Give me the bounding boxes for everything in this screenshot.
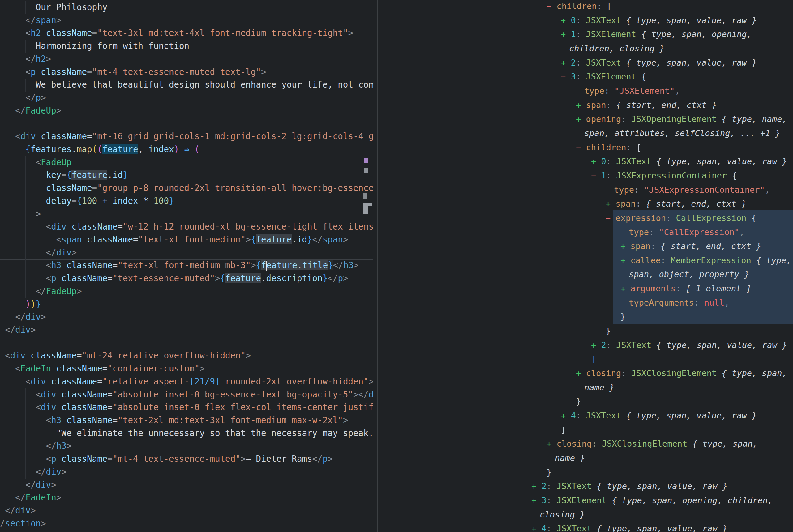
ast-node-row[interactable]: + span: { start, end, ctxt } [378,98,793,112]
code-line[interactable]: </div> [0,478,373,492]
expand-node-icon[interactable]: + [591,340,601,350]
code-line[interactable]: We believe that beautiful design should … [0,78,373,91]
ast-node-row[interactable]: type: "JSXExpressionContainer", [378,183,793,197]
code-line[interactable]: <FadeIn className="container-custom"> [0,362,373,375]
code-line[interactable]: </span> [0,14,373,27]
code-line[interactable]: {features.map((feature, index) ⇒ ( [0,143,373,156]
code-line[interactable]: </div> [0,324,373,337]
ast-node-row[interactable]: + span: { start, end, ctxt } [378,197,793,211]
ast-node-row[interactable]: + 1: JSXElement { type, span, opening, [378,27,793,41]
code-line[interactable]: </div> [0,466,373,478]
ast-node-row[interactable]: + 3: JSXElement { type, span, opening, c… [378,493,793,508]
ast-node-row[interactable]: span, object, property } [378,267,793,282]
ast-node-row[interactable]: − expression: CallExpression { [378,211,793,225]
code-line[interactable]: <span className="text-xl font-medium">{f… [0,233,373,246]
expand-node-icon[interactable]: + [576,100,586,110]
collapse-node-icon[interactable]: − [605,213,616,223]
ast-node-row[interactable]: + closing: JSXClosingElement { type, spa… [378,366,793,380]
code-line[interactable]: <FadeUp [0,156,373,169]
code-line[interactable]: <div className="absolute inset-0 flex fl… [0,401,373,414]
ast-node-row[interactable]: type: "CallExpression", [378,225,793,240]
code-line[interactable]: className="group p-8 rounded-2xl transit… [0,182,373,194]
ast-node-row[interactable]: typeArguments: null, [378,296,793,310]
code-line[interactable]: </FadeIn> [0,491,373,504]
ast-node-row[interactable]: + 0: JSXText { type, span, value, raw } [378,13,793,27]
source-code[interactable]: Our Philosophy </span> <h2 className="te… [0,1,373,530]
code-line[interactable]: Harmonizing form with function [0,40,373,53]
code-line[interactable]: </div> [0,310,373,324]
code-line[interactable]: > [0,208,373,221]
expand-node-icon[interactable]: + [546,439,557,449]
code-line[interactable]: <h3 className="text-xl font-medium mb-3"… [0,259,373,272]
code-line[interactable] [0,117,373,130]
expand-node-icon[interactable]: + [605,199,616,208]
ast-tree-pane[interactable]: − children: [+ 0: JSXText { type, span, … [378,0,793,532]
collapse-node-icon[interactable]: − [591,171,601,180]
code-line[interactable]: </h3> [0,439,373,453]
expand-node-icon[interactable]: + [561,16,571,25]
ast-node-row[interactable]: + 2: JSXText { type, span, value, raw } [378,56,793,70]
ast-node-row[interactable]: } [378,310,793,324]
code-line[interactable]: </p> [0,91,373,104]
ast-node-row[interactable]: + opening: JSXOpeningElement { type, nam… [378,112,793,126]
ast-node-row[interactable]: } [378,324,793,338]
code-line[interactable]: "We eliminate the unnecessary so that th… [0,427,373,440]
code-line[interactable]: <p className="mt-4 text-essence-muted">—… [0,453,373,466]
code-line[interactable]: </div> [0,504,373,517]
ast-node-row[interactable]: children, closing } [378,41,793,56]
collapse-node-icon[interactable]: − [561,72,571,81]
expand-node-icon[interactable]: + [531,495,542,505]
ast-node-row[interactable]: + 2: JSXText { type, span, value, raw } [378,338,793,352]
expand-node-icon[interactable]: + [576,368,586,378]
ast-node-row[interactable]: closing } [378,508,793,522]
code-line[interactable]: <div className="mt-24 relative overflow-… [0,349,373,362]
code-line[interactable]: <p className="mt-4 text-essence-muted te… [0,65,373,79]
ast-node-row[interactable]: − children: [ [378,140,793,155]
code-line[interactable]: Our Philosophy [0,1,373,14]
code-line[interactable]: </FadeUp> [0,104,373,117]
ast-node-row[interactable]: − 1: JSXExpressionContainer { [378,169,793,183]
code-line[interactable]: </h2> [0,53,373,65]
ast-node-row[interactable]: + 4: JSXText { type, span, value, raw } [378,521,793,532]
code-line[interactable]: <h2 className="text-3xl md:text-4xl font… [0,26,373,40]
code-line[interactable]: <div className="mt-16 grid grid-cols-1 m… [0,130,373,143]
code-line[interactable]: ))} [0,298,373,311]
expand-node-icon[interactable]: + [531,524,542,532]
code-line[interactable]: <div className="w-12 h-12 rounded-xl bg-… [0,220,373,233]
expand-node-icon[interactable]: + [561,58,571,68]
expand-node-icon[interactable]: + [561,411,571,420]
code-line[interactable]: <div className="absolute inset-0 bg-esse… [0,388,373,401]
code-line[interactable]: </section> [0,517,373,530]
code-line[interactable]: <p className="text-essence-muted">{featu… [0,272,373,285]
ast-node-row[interactable]: + arguments: [ 1 element ] [378,282,793,296]
expand-node-icon[interactable]: + [576,114,586,124]
code-line[interactable]: <h3 className="text-2xl md:text-3xl font… [0,414,373,427]
ast-node-row[interactable]: + callee: MemberExpression { type, [378,253,793,268]
expand-node-icon[interactable]: + [591,156,601,166]
code-line[interactable]: delay={100 + index * 100} [0,194,373,208]
ast-node-row[interactable]: } [378,465,793,479]
code-line[interactable]: </div> [0,246,373,259]
code-line[interactable]: </FadeUp> [0,285,373,298]
code-editor-pane[interactable]: Our Philosophy </span> <h2 className="te… [0,0,377,532]
code-line[interactable]: key={feature.id} [0,169,373,182]
expand-node-icon[interactable]: + [531,481,542,491]
collapse-node-icon[interactable]: − [576,142,586,152]
ast-node-row[interactable]: + 2: JSXText { type, span, value, raw } [378,479,793,493]
expand-node-icon[interactable]: + [620,241,631,251]
ast-node-row[interactable]: ] [378,423,793,437]
expand-node-icon[interactable]: + [620,255,631,265]
code-line[interactable] [0,337,373,349]
ast-node-row[interactable]: span, attributes, selfClosing, ... +1 } [378,126,793,140]
code-line[interactable]: <div className="relative aspect-[21/9] r… [0,375,373,388]
ast-node-row[interactable]: + closing: JSXClosingElement { type, spa… [378,437,793,451]
ast-node-row[interactable]: } [378,394,793,408]
ast-node-row[interactable]: + 4: JSXText { type, span, value, raw } [378,408,793,423]
ast-node-row[interactable]: + 0: JSXText { type, span, value, raw } [378,154,793,169]
ast-node-row[interactable]: name } [378,451,793,465]
expand-node-icon[interactable]: + [561,30,571,39]
expand-node-icon[interactable]: + [620,284,631,293]
ast-node-row[interactable]: type: "JSXElement", [378,84,793,98]
ast-node-row[interactable]: ] [378,352,793,366]
collapse-node-icon[interactable]: − [546,1,557,11]
